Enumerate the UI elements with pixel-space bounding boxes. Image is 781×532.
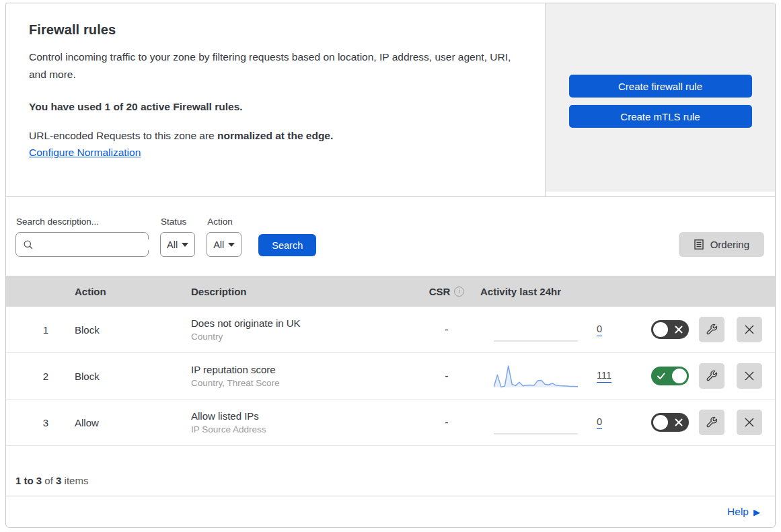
csr-header-label: CSR <box>429 286 451 297</box>
activity-sparkline <box>494 316 578 343</box>
rule-activity-cell: 0 <box>480 316 613 343</box>
help-link[interactable]: Help ▶ <box>727 506 760 518</box>
actions-panel: Create firewall rule Create mTLS rule <box>546 3 775 192</box>
wrench-icon <box>705 323 718 336</box>
rule-controls <box>613 363 775 389</box>
table-row: 2BlockIP reputation scoreCountry, Threat… <box>6 353 775 400</box>
help-bar: Help ▶ <box>6 496 775 527</box>
search-icon <box>23 239 34 250</box>
activity-count-link[interactable]: 0 <box>597 324 602 336</box>
ordering-button-label: Ordering <box>710 239 749 250</box>
page-description: Control incoming traffic to your zone by… <box>29 48 513 83</box>
rule-priority: 2 <box>6 371 53 382</box>
activity-sparkline <box>494 409 578 436</box>
rule-csr-value: - <box>413 324 480 336</box>
column-header-csr: CSR i <box>413 286 480 297</box>
rule-description: IP reputation score <box>191 364 413 375</box>
edit-rule-button[interactable] <box>699 363 724 389</box>
status-label: Status <box>160 217 195 227</box>
normalization-bold: normalized at the edge. <box>217 130 333 141</box>
ordering-button[interactable]: Ordering <box>679 232 764 257</box>
chevron-down-icon <box>182 243 188 247</box>
search-input[interactable] <box>39 239 161 250</box>
create-mtls-rule-button[interactable]: Create mTLS rule <box>569 105 752 128</box>
rule-enabled-toggle[interactable] <box>651 367 689 385</box>
rule-description-cell: IP reputation scoreCountry, Threat Score <box>191 364 413 388</box>
action-dropdown[interactable]: All <box>207 232 241 257</box>
of-text: of <box>42 475 56 486</box>
info-icon[interactable]: i <box>454 287 464 297</box>
column-header-description: Description <box>191 286 413 297</box>
arrow-right-icon: ▶ <box>753 507 760 517</box>
rule-activity-cell: 0 <box>480 409 613 436</box>
status-filter-group: Status All <box>160 217 195 257</box>
normalization-notice: URL-encoded Requests to this zone are no… <box>29 130 518 142</box>
action-label: Action <box>207 217 241 227</box>
chevron-down-icon <box>228 243 235 247</box>
close-icon <box>743 416 755 428</box>
delete-rule-button[interactable] <box>737 363 762 389</box>
items-text: items <box>61 475 88 486</box>
rule-csr-value: - <box>413 416 480 428</box>
rule-csr-value: - <box>413 370 480 382</box>
rule-controls <box>613 317 775 342</box>
rule-enabled-toggle[interactable] <box>651 413 689 432</box>
toggle-knob <box>653 415 668 430</box>
rule-fields: IP Source Address <box>191 424 413 434</box>
delete-rule-button[interactable] <box>737 410 762 435</box>
rules-table-body: 1BlockDoes not originate in UKCountry-02… <box>6 307 775 446</box>
usage-notice: You have used 1 of 20 active Firewall ru… <box>29 101 518 113</box>
search-input-box[interactable] <box>15 232 149 257</box>
close-icon <box>743 324 755 336</box>
table-footer: 1 to 3 of 3 items <box>6 446 775 496</box>
normalization-text: URL-encoded Requests to this zone are <box>29 130 217 141</box>
wrench-icon <box>705 416 718 429</box>
action-filter-group: Action All <box>207 217 241 257</box>
activity-count-link[interactable]: 111 <box>597 370 611 383</box>
filter-bar: Search description... Status All Action … <box>6 197 775 276</box>
edit-rule-button[interactable] <box>699 410 724 435</box>
wrench-icon <box>705 369 718 383</box>
delete-rule-button[interactable] <box>737 317 762 342</box>
toggle-knob <box>672 369 687 383</box>
rule-fields: Country, Threat Score <box>191 378 413 388</box>
rule-action: Block <box>53 371 191 382</box>
column-header-action: Action <box>53 286 191 297</box>
rule-activity-cell: 111 <box>480 363 613 389</box>
configure-normalization-link[interactable]: Configure Normalization <box>29 147 141 159</box>
rule-description: Allow listed IPs <box>191 410 413 422</box>
search-button[interactable]: Search <box>258 234 316 256</box>
table-row: 1BlockDoes not originate in UKCountry-0 <box>6 307 775 353</box>
firewall-rules-card: Firewall rules Control incoming traffic … <box>5 3 776 528</box>
toggle-knob <box>653 322 668 337</box>
search-group: Search description... <box>15 217 149 257</box>
rule-enabled-toggle[interactable] <box>651 320 689 339</box>
rule-priority: 1 <box>6 324 53 336</box>
rule-action: Block <box>53 324 191 336</box>
help-link-label: Help <box>727 506 749 518</box>
activity-sparkline <box>494 363 578 389</box>
table-header: Action Description CSR i Activity last 2… <box>6 276 775 307</box>
header-section: Firewall rules Control incoming traffic … <box>6 3 775 197</box>
rule-fields: Country <box>191 332 413 342</box>
column-header-activity: Activity last 24hr <box>480 286 613 297</box>
rule-priority: 3 <box>6 417 53 428</box>
items-range: 1 to 3 <box>15 475 42 486</box>
edit-rule-button[interactable] <box>699 317 724 342</box>
rule-description-cell: Does not originate in UKCountry <box>191 317 413 342</box>
action-dropdown-value: All <box>213 239 224 250</box>
table-row: 3AllowAllow listed IPsIP Source Address-… <box>6 400 775 446</box>
status-dropdown-value: All <box>167 239 178 250</box>
ordering-list-icon <box>694 239 704 250</box>
rule-description: Does not originate in UK <box>191 317 413 329</box>
close-icon <box>743 370 755 382</box>
rule-action: Allow <box>53 417 191 428</box>
rule-controls <box>613 410 775 435</box>
create-firewall-rule-button[interactable]: Create firewall rule <box>569 75 752 98</box>
status-dropdown[interactable]: All <box>160 232 195 257</box>
activity-count-link[interactable]: 0 <box>597 416 602 429</box>
page-title: Firewall rules <box>29 22 518 38</box>
rule-description-cell: Allow listed IPsIP Source Address <box>191 410 413 434</box>
intro-panel: Firewall rules Control incoming traffic … <box>6 3 546 196</box>
search-label: Search description... <box>15 217 149 227</box>
